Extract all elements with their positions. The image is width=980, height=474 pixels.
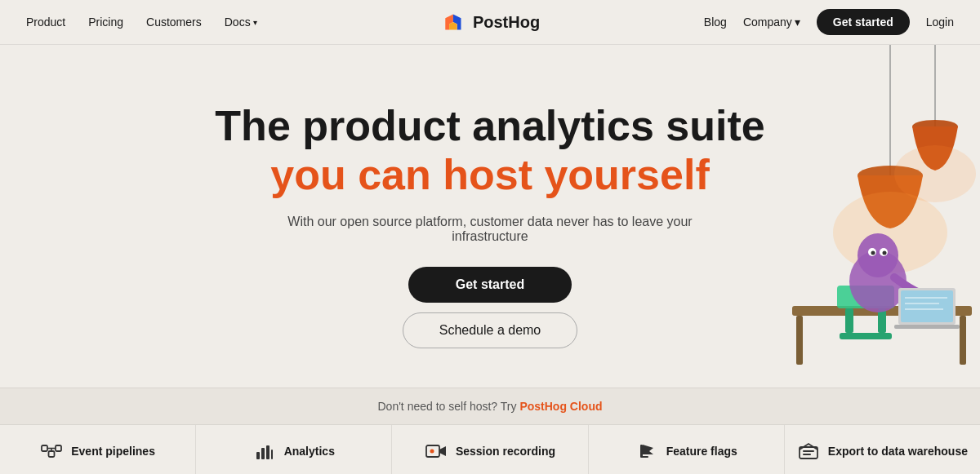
- get-started-nav-button[interactable]: Get started: [817, 9, 910, 35]
- svg-rect-15: [840, 333, 892, 339]
- logo-text: PostHog: [473, 13, 540, 32]
- svg-rect-42: [800, 447, 817, 458]
- nav-blog[interactable]: Blog: [704, 16, 727, 29]
- svg-rect-44: [803, 454, 811, 455]
- analytics-icon: [253, 440, 276, 463]
- recording-icon: [425, 440, 448, 463]
- svg-rect-11: [960, 316, 966, 365]
- nav-right: Blog Company ▾ Get started Login: [704, 9, 954, 35]
- svg-rect-43: [803, 450, 814, 452]
- svg-rect-10: [796, 316, 803, 365]
- company-chevron-icon: ▾: [795, 16, 800, 29]
- svg-point-20: [871, 251, 875, 255]
- nav-logo[interactable]: PostHog: [440, 9, 540, 35]
- svg-rect-33: [256, 452, 260, 459]
- svg-rect-30: [49, 451, 55, 457]
- svg-point-8: [894, 145, 976, 202]
- svg-rect-28: [42, 445, 47, 451]
- cloud-notice: Don't need to self host? Try PostHog Clo…: [0, 388, 980, 424]
- hero-buttons: Get started Schedule a demo: [403, 267, 578, 348]
- nav-company[interactable]: Company ▾: [743, 16, 800, 29]
- svg-rect-40: [640, 445, 643, 458]
- nav-product[interactable]: Product: [26, 16, 65, 29]
- bottom-item-export-warehouse[interactable]: Export to data warehouse: [785, 425, 980, 474]
- svg-marker-38: [439, 446, 446, 456]
- svg-rect-36: [271, 450, 273, 459]
- nav-pricing[interactable]: Pricing: [88, 16, 123, 29]
- flag-icon: [635, 440, 658, 463]
- pipeline-icon: [40, 440, 63, 463]
- hero-subtitle: With our open source platform, customer …: [270, 215, 710, 244]
- svg-rect-41: [641, 456, 648, 458]
- svg-rect-34: [261, 448, 265, 459]
- nav-docs[interactable]: Docs ▾: [225, 16, 257, 29]
- posthog-logo-icon: [440, 9, 466, 35]
- svg-point-39: [430, 450, 434, 454]
- nav-login[interactable]: Login: [926, 16, 954, 29]
- bottom-item-session-recording[interactable]: Session recording: [392, 425, 588, 474]
- bottom-item-analytics[interactable]: Analytics: [196, 425, 392, 474]
- posthog-cloud-link[interactable]: PostHog Cloud: [519, 400, 602, 413]
- svg-rect-35: [266, 445, 270, 459]
- svg-point-21: [883, 251, 887, 255]
- docs-chevron-icon: ▾: [253, 18, 257, 27]
- nav-customers[interactable]: Customers: [146, 16, 202, 29]
- svg-point-17: [858, 233, 898, 277]
- bottom-bar: Event pipelines Analytics Session record…: [0, 424, 980, 474]
- svg-rect-13: [845, 308, 853, 333]
- bottom-item-event-pipelines[interactable]: Event pipelines: [0, 425, 196, 474]
- illustration-svg: [719, 45, 980, 388]
- hero-get-started-button[interactable]: Get started: [408, 267, 572, 303]
- navigation: Product Pricing Customers Docs ▾ PostHog…: [0, 0, 980, 45]
- bottom-item-feature-flags[interactable]: Feature flags: [589, 425, 785, 474]
- nav-left: Product Pricing Customers Docs ▾: [26, 16, 257, 29]
- hero-title: The product analytics suite you can host…: [215, 102, 764, 200]
- hero-illustration: [719, 45, 947, 388]
- svg-rect-29: [56, 445, 61, 451]
- warehouse-icon: [797, 440, 820, 463]
- svg-rect-27: [894, 325, 960, 329]
- hero-schedule-demo-button[interactable]: Schedule a demo: [403, 312, 578, 348]
- svg-rect-23: [901, 290, 953, 322]
